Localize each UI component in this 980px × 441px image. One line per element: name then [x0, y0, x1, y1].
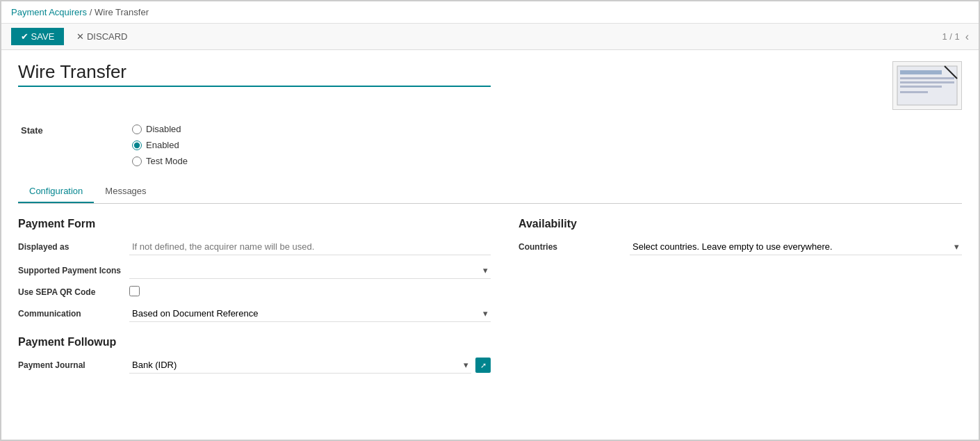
- breadcrumb-current: Wire Transfer: [95, 7, 149, 17]
- payment-followup-section: Payment Followup Payment Journal Bank (I…: [18, 336, 491, 374]
- supported-icons-select[interactable]: [129, 262, 491, 278]
- title-input[interactable]: [18, 61, 491, 87]
- toolbar-right: 1 / 1 ‹: [942, 31, 969, 43]
- payment-form-section: Payment Form Displayed as Supported Paym…: [18, 218, 491, 322]
- availability-section: Availability Countries Select countries.…: [518, 218, 962, 255]
- col-right: Availability Countries Select countries.…: [518, 218, 962, 380]
- discard-button[interactable]: ✕ DISCARD: [70, 28, 134, 45]
- tab-messages[interactable]: Messages: [94, 180, 157, 203]
- svg-rect-5: [900, 91, 928, 93]
- communication-row: Communication Based on Document Referenc…: [18, 305, 491, 322]
- displayed-as-row: Displayed as: [18, 239, 491, 255]
- breadcrumb: Payment Acquirers / Wire Transfer: [1, 1, 979, 24]
- payment-journal-row: Payment Journal Bank (IDR) ▾ ➚: [18, 357, 491, 374]
- state-enabled-label: Enabled: [146, 140, 179, 150]
- main-content: State Disabled Enabled Test Mode Configu…: [1, 50, 979, 392]
- payment-form-heading: Payment Form: [18, 218, 491, 230]
- breadcrumb-parent[interactable]: Payment Acquirers: [11, 7, 87, 17]
- svg-rect-4: [900, 86, 942, 88]
- supported-icons-control: ▾: [129, 262, 491, 279]
- breadcrumb-separator: /: [90, 7, 95, 17]
- tab-configuration[interactable]: Configuration: [18, 180, 94, 203]
- payment-journal-external-link[interactable]: ➚: [475, 358, 491, 373]
- supported-icons-label: Supported Payment Icons: [18, 266, 129, 275]
- toolbar: ✔ SAVE ✕ DISCARD 1 / 1 ‹: [1, 24, 979, 50]
- payment-journal-label: Payment Journal: [18, 360, 129, 370]
- communication-control: Based on Document Reference Based on Cus…: [129, 305, 491, 322]
- payment-followup-heading: Payment Followup: [18, 336, 491, 348]
- countries-label: Countries: [518, 242, 630, 252]
- wire-transfer-image: [892, 61, 962, 110]
- title-area: [18, 61, 962, 110]
- sepa-qr-label: Use SEPA QR Code: [18, 287, 129, 297]
- displayed-as-label: Displayed as: [18, 242, 129, 252]
- state-enabled-radio[interactable]: [132, 141, 142, 150]
- state-test-radio[interactable]: [132, 157, 142, 166]
- state-enabled[interactable]: Enabled: [132, 140, 188, 150]
- payment-journal-control: Bank (IDR) ▾ ➚: [129, 357, 491, 374]
- countries-select[interactable]: Select countries. Leave empty to use eve…: [630, 239, 962, 255]
- state-label: State: [21, 124, 132, 136]
- state-test[interactable]: Test Mode: [132, 156, 188, 166]
- state-disabled[interactable]: Disabled: [132, 124, 188, 134]
- communication-label: Communication: [18, 309, 129, 319]
- supported-icons-select-wrapper: ▾: [129, 262, 491, 279]
- col-left: Payment Form Displayed as Supported Paym…: [18, 218, 491, 380]
- supported-icons-row: Supported Payment Icons ▾: [18, 262, 491, 279]
- countries-control: Select countries. Leave empty to use eve…: [630, 239, 962, 255]
- payment-journal-select-wrapper: Bank (IDR) ▾: [129, 357, 471, 374]
- sepa-qr-control: [129, 286, 491, 298]
- state-section: State Disabled Enabled Test Mode: [18, 124, 962, 166]
- svg-rect-2: [900, 77, 954, 79]
- save-button[interactable]: ✔ SAVE: [11, 28, 64, 45]
- countries-select-wrapper: Select countries. Leave empty to use eve…: [630, 239, 962, 255]
- state-radio-group: Disabled Enabled Test Mode: [132, 124, 188, 166]
- payment-journal-select[interactable]: Bank (IDR): [129, 357, 471, 373]
- availability-heading: Availability: [518, 218, 962, 230]
- communication-select-wrapper: Based on Document Reference Based on Cus…: [129, 305, 491, 322]
- state-disabled-radio[interactable]: [132, 125, 142, 134]
- displayed-as-control: [129, 239, 491, 255]
- nav-prev-icon[interactable]: ‹: [965, 31, 969, 43]
- svg-rect-3: [900, 81, 954, 83]
- displayed-as-input[interactable]: [129, 239, 491, 255]
- sepa-qr-row: Use SEPA QR Code: [18, 286, 491, 298]
- tabs: Configuration Messages: [18, 180, 962, 204]
- communication-select[interactable]: Based on Document Reference Based on Cus…: [129, 305, 491, 321]
- svg-rect-1: [900, 70, 942, 74]
- state-test-label: Test Mode: [146, 156, 188, 166]
- state-disabled-label: Disabled: [146, 124, 181, 134]
- sepa-qr-checkbox[interactable]: [129, 286, 140, 296]
- pagination: 1 / 1: [942, 31, 959, 42]
- countries-row: Countries Select countries. Leave empty …: [518, 239, 962, 255]
- two-col-layout: Payment Form Displayed as Supported Paym…: [18, 218, 962, 380]
